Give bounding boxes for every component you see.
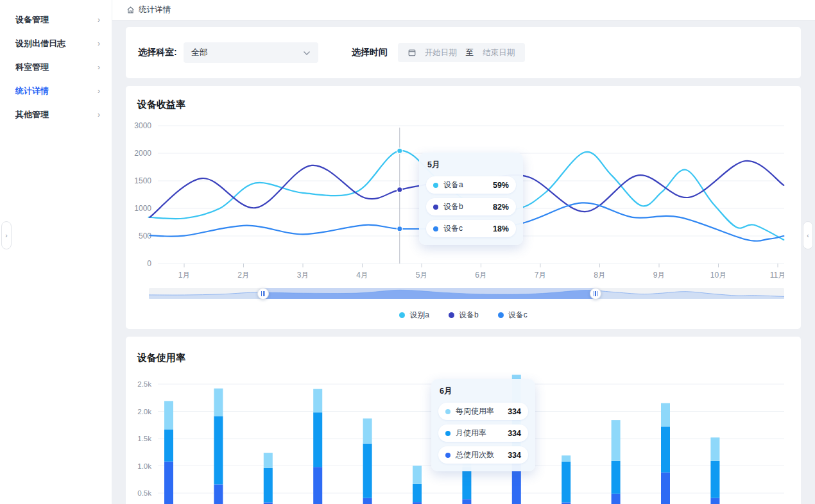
tooltip-series-name: 月使用率 (456, 428, 486, 439)
legend-item[interactable]: 设备b (449, 310, 479, 321)
hover-marker (397, 187, 402, 192)
calendar-icon (408, 49, 416, 56)
tooltip-series-value: 82% (493, 203, 509, 212)
bar-segment-总使用次数 (214, 484, 223, 504)
bar-segment-月使用率 (612, 461, 621, 494)
main-area: 统计详情 选择科室: 全部 选择时间 开始日期 至 结束日期 (112, 0, 815, 504)
x-tick-label: 6月 (475, 271, 487, 280)
bar-segment-总使用次数 (612, 494, 621, 504)
home-icon (126, 6, 135, 14)
legend: 设别a设备b设备c (126, 310, 801, 321)
tooltip-series-value: 18% (493, 224, 509, 233)
y-tick-label: 2.5k (137, 380, 151, 388)
sidebar-item-label: 设别出借日志 (15, 38, 65, 49)
chevron-right-icon: › (98, 39, 100, 48)
filter-card: 选择科室: 全部 选择时间 开始日期 至 结束日期 (126, 27, 801, 78)
y-tick-label: 2000 (134, 149, 151, 158)
collapse-right-button[interactable]: ‹ (803, 221, 813, 249)
start-date-input[interactable]: 开始日期 (425, 47, 457, 58)
line-chart-tooltip: 5月设备a59%设备b82%设备c18% (419, 153, 523, 245)
x-tick-label: 4月 (356, 271, 368, 280)
brush-handle-right[interactable] (590, 288, 601, 299)
brush-wave (149, 288, 784, 299)
brush-handle-left[interactable] (257, 288, 269, 299)
tooltip-title: 6月 (440, 386, 528, 397)
bar-segment-每周使用率 (413, 466, 422, 483)
breadcrumb[interactable]: 统计详情 (126, 4, 171, 15)
legend-item[interactable]: 设别a (399, 310, 429, 321)
sidebar: 设备管理›设别出借日志›科室管理›统计详情›其他管理› (0, 0, 112, 504)
y-tick-label: 1000 (134, 204, 151, 213)
usage-chart-card: 设备使用率 2.5k2.0k1.5k1.0k0.5k 6月每周使用率334月使用… (126, 337, 801, 504)
series-dot-icon (433, 183, 438, 188)
sidebar-item-label: 科室管理 (15, 62, 49, 73)
series-dot-icon (445, 431, 450, 436)
bar-segment-每周使用率 (562, 455, 570, 461)
y-tick-label: 1.0k (137, 462, 151, 470)
end-date-input[interactable]: 结束日期 (483, 47, 515, 58)
series-dot-icon (433, 226, 438, 231)
sidebar-item-3[interactable]: 统计详情› (0, 79, 112, 103)
bar-segment-每周使用率 (164, 401, 173, 429)
department-filter-label: 选择科室: (138, 47, 177, 58)
x-tick-label: 8月 (594, 271, 606, 280)
bar-segment-月使用率 (413, 484, 422, 502)
legend-item[interactable]: 设备c (498, 310, 528, 321)
bar-segment-月使用率 (313, 412, 322, 467)
legend-label: 设备c (508, 310, 528, 321)
legend-dot-icon (399, 312, 405, 318)
bar-segment-月使用率 (661, 426, 670, 472)
department-select[interactable]: 全部 (184, 42, 318, 63)
x-tick-label: 9月 (653, 271, 665, 280)
bar-segment-月使用率 (363, 444, 372, 498)
tooltip-series-value: 334 (508, 451, 521, 460)
time-filter-label: 选择时间 (352, 47, 388, 58)
collapse-left-button[interactable]: › (1, 221, 12, 249)
bar-segment-月使用率 (164, 430, 173, 462)
tooltip-row: 设备b82% (426, 198, 516, 215)
x-tick-label: 7月 (535, 271, 547, 280)
x-tick-label: 5月 (416, 271, 428, 280)
sidebar-item-2[interactable]: 科室管理› (0, 55, 112, 79)
y-tick-label: 3000 (134, 122, 151, 130)
tooltip-series-value: 59% (493, 181, 509, 190)
chevron-right-icon: › (5, 232, 7, 239)
sidebar-item-1[interactable]: 设别出借日志› (0, 31, 112, 55)
bar-segment-总使用次数 (661, 473, 670, 504)
sidebar-item-0[interactable]: 设备管理› (0, 8, 112, 31)
tooltip-row: 每周使用率334 (438, 403, 528, 420)
x-tick-label: 2月 (237, 271, 250, 280)
chevron-right-icon: › (98, 110, 100, 119)
date-to-label: 至 (466, 47, 474, 58)
legend-dot-icon (449, 312, 454, 318)
date-range-picker[interactable]: 开始日期 至 结束日期 (398, 43, 526, 62)
tooltip-row: 总使用次数334 (438, 446, 528, 464)
data-zoom-brush[interactable] (149, 288, 784, 299)
x-tick-label: 3月 (297, 271, 309, 280)
sidebar-item-label: 其他管理 (15, 109, 49, 121)
tooltip-series-name: 每周使用率 (456, 406, 494, 417)
y-tick-label: 0 (147, 259, 151, 268)
legend-label: 设备b (459, 310, 479, 321)
legend-label: 设别a (409, 310, 429, 321)
bar-segment-每周使用率 (363, 419, 372, 444)
bar-segment-总使用次数 (462, 499, 471, 504)
hover-marker (397, 148, 402, 153)
hover-marker (397, 226, 402, 231)
bar-segment-总使用次数 (164, 462, 173, 504)
y-tick-label: 1.5k (137, 435, 151, 442)
bar-segment-月使用率 (562, 462, 570, 503)
y-tick-label: 1500 (134, 176, 151, 185)
tooltip-row: 设备a59% (426, 176, 516, 194)
bar-segment-总使用次数 (710, 498, 719, 504)
chevron-right-icon: › (98, 87, 100, 96)
revenue-chart-title: 设备收益率 (137, 99, 185, 111)
tooltip-series-name: 设备b (443, 201, 463, 212)
bar-segment-总使用次数 (313, 467, 322, 504)
bar-segment-每周使用率 (264, 453, 273, 468)
breadcrumb-label: 统计详情 (139, 4, 171, 15)
x-tick-label: 1月 (178, 271, 191, 280)
tooltip-row: 月使用率334 (438, 424, 528, 442)
chevron-down-icon (303, 48, 311, 58)
sidebar-item-4[interactable]: 其他管理› (0, 103, 112, 126)
